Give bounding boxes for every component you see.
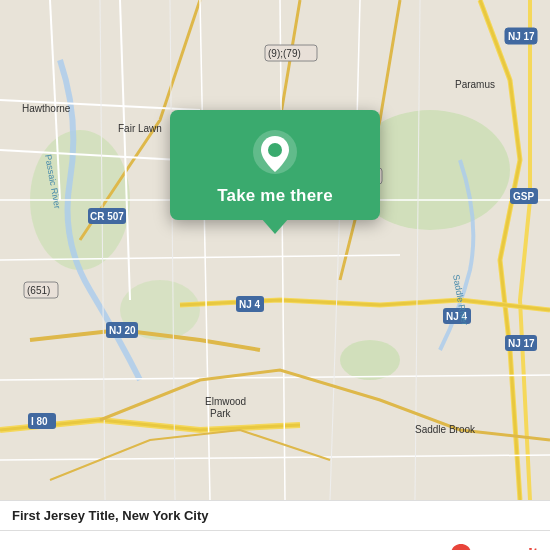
svg-text:Fair Lawn: Fair Lawn — [118, 123, 162, 134]
moovit-icon: M — [446, 541, 476, 551]
svg-text:NJ 17: NJ 17 — [508, 338, 535, 349]
map-container: Hawthorne Fair Lawn Paramus Elmwood Park… — [0, 0, 550, 500]
bottom-bar: © OpenStreetMap contributors M moovit — [0, 530, 550, 550]
svg-text:NJ 4: NJ 4 — [239, 299, 261, 310]
moovit-logo: M moovit — [446, 541, 538, 551]
svg-text:Hawthorne: Hawthorne — [22, 103, 71, 114]
svg-text:NJ 17: NJ 17 — [508, 31, 535, 42]
take-me-there-button[interactable]: Take me there — [217, 186, 333, 206]
moovit-text: moovit — [482, 545, 538, 550]
svg-text:(9);(79): (9);(79) — [268, 48, 301, 59]
svg-text:I 80: I 80 — [31, 416, 48, 427]
location-name-bar: First Jersey Title, New York City — [0, 500, 550, 530]
svg-text:CR 507: CR 507 — [90, 211, 124, 222]
svg-text:NJ 20: NJ 20 — [109, 325, 136, 336]
svg-text:(651): (651) — [27, 285, 50, 296]
popup-card[interactable]: Take me there — [170, 110, 380, 220]
location-pin-icon — [251, 128, 299, 176]
svg-text:Elmwood: Elmwood — [205, 396, 246, 407]
svg-point-51 — [268, 143, 282, 157]
svg-point-2 — [340, 340, 400, 380]
svg-text:Saddle Brook: Saddle Brook — [415, 424, 476, 435]
svg-text:Park: Park — [210, 408, 232, 419]
location-name: First Jersey Title, New York City — [12, 508, 209, 523]
svg-text:GSP: GSP — [513, 191, 534, 202]
svg-text:Paramus: Paramus — [455, 79, 495, 90]
